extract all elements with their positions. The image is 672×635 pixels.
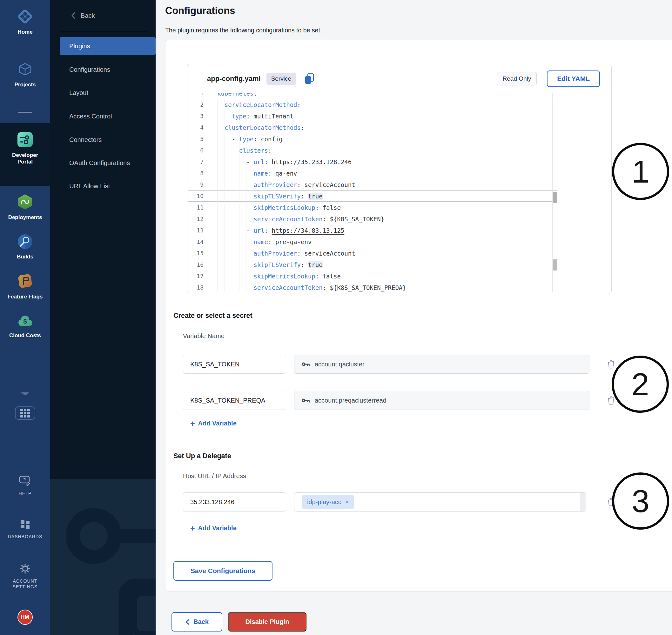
subnav-item-connectors[interactable]: Connectors: [69, 133, 102, 146]
code-line[interactable]: 1 kubernetes:: [188, 93, 611, 99]
harness-home-icon: [17, 8, 33, 26]
code-line[interactable]: 9 authProvider: serviceAccount: [188, 179, 611, 191]
code-line[interactable]: 18 serviceAccountToken: ${K8S_SA_TOKEN_P…: [188, 282, 611, 293]
variable-name-input[interactable]: K8S_SA_TOKEN_PREQA: [183, 391, 286, 410]
save-configurations-button[interactable]: Save Configurations: [173, 561, 273, 581]
sidebar-item-home[interactable]: Home: [0, 8, 50, 35]
subnav-item-url-allow-list[interactable]: URL Allow List: [69, 180, 110, 192]
subnav-back-button[interactable]: Back: [70, 12, 95, 20]
sidebar-item-feature-flags[interactable]: Feature Flags: [0, 272, 50, 300]
edit-yaml-button[interactable]: Edit YAML: [547, 70, 600, 87]
variable-name-input[interactable]: K8S_SA_TOKEN: [183, 355, 286, 374]
indent-guide: [224, 99, 225, 291]
user-avatar[interactable]: HM: [18, 610, 33, 625]
code-line[interactable]: 10 skipTLSVerify: true: [188, 191, 611, 202]
feature-flags-icon: [17, 272, 34, 291]
plus-icon: +: [190, 420, 195, 427]
yaml-editor-card: app-config.yaml Service Read Only Edit Y…: [187, 64, 612, 294]
field-scroll-strip: [580, 493, 586, 511]
code-line[interactable]: 12 serviceAccountToken: ${K8S_SA_TOKEN}: [188, 213, 611, 225]
back-button[interactable]: Back: [172, 612, 222, 632]
host-url-input[interactable]: 35.233.128.246: [183, 492, 286, 511]
key-icon: [301, 397, 310, 403]
subnav-item-oauth-configurations[interactable]: OAuth Configurations: [69, 156, 130, 169]
code-line[interactable]: 17 skipMetricsLookup: false: [188, 270, 611, 282]
subnav-back-label: Back: [81, 12, 95, 19]
line-number: 1: [188, 93, 203, 99]
code-line[interactable]: 14 name: pre-qa-env: [188, 236, 611, 248]
subnav-item-layout[interactable]: Layout: [69, 86, 88, 99]
secret-value: account.qacluster: [315, 361, 365, 368]
line-number: 9: [188, 179, 203, 191]
main-content: Configurations The plugin requires the f…: [156, 0, 672, 635]
line-number: 10: [188, 191, 203, 202]
remove-tag-icon[interactable]: ×: [345, 499, 349, 505]
subnav-item-access-control[interactable]: Access Control: [69, 110, 112, 123]
chevron-left-icon: [185, 619, 190, 625]
add-variable-button[interactable]: + Add Variable: [190, 525, 237, 532]
delegate-tags-field[interactable]: idp-play-acc ×: [294, 492, 586, 511]
cloud-costs-icon: $: [16, 314, 34, 330]
sidebar-item-label: ACCOUNT SETTINGS: [6, 578, 44, 590]
sidebar-item-help[interactable]: ? HELP: [0, 475, 50, 497]
dashboards-grid-icon: [19, 519, 31, 531]
sidebar-item-dashboards[interactable]: DASHBOARDS: [0, 519, 50, 540]
scrollbar-thumb[interactable]: [553, 259, 557, 270]
line-number: 5: [188, 133, 203, 145]
sidebar-item-builds[interactable]: Builds: [0, 234, 50, 260]
indent-guide: [217, 99, 218, 291]
chevron-down-icon[interactable]: [21, 392, 29, 396]
code-line[interactable]: 5 - type: config: [188, 133, 611, 145]
subnav-brand-zone: INTERNAL DEVELOPER Portal: [50, 479, 156, 635]
module-picker-button[interactable]: [15, 407, 35, 420]
code-line[interactable]: 16 skipTLSVerify: true: [188, 259, 611, 270]
sidebar-item-label: DASHBOARDS: [8, 534, 42, 540]
code-line[interactable]: 6 clusters:: [188, 145, 611, 156]
disable-plugin-button[interactable]: Disable Plugin: [228, 612, 306, 632]
copy-icon[interactable]: [304, 73, 315, 85]
code-line[interactable]: 2 serviceLocatorMethod:: [188, 99, 611, 110]
code-text: skipMetricsLookup: false: [210, 202, 341, 213]
secret-select-field[interactable]: account.preqaclusterread: [294, 391, 589, 410]
code-text: clusters:: [210, 145, 272, 156]
delegate-section-title: Set Up a Delegate: [173, 452, 231, 460]
sidebar-item-account-settings[interactable]: ACCOUNT SETTINGS: [0, 563, 50, 590]
delete-row-button[interactable]: [606, 359, 616, 370]
annotation-circle-3: 3: [612, 473, 669, 530]
code-line[interactable]: 15 authProvider: serviceAccount: [188, 248, 611, 259]
yaml-editor-header: app-config.yaml Service Read Only Edit Y…: [187, 64, 611, 93]
yaml-code-viewport[interactable]: 1 kubernetes:2 serviceLocatorMethod:3 ty…: [188, 93, 611, 293]
secret-section-title: Create or select a secret: [173, 312, 253, 320]
page-subtitle: The plugin requires the following config…: [165, 27, 322, 34]
line-number: 13: [188, 225, 203, 236]
secret-row: K8S_SA_TOKEN_PREQA account.preqaclusterr…: [183, 391, 592, 410]
line-number: 17: [188, 270, 203, 282]
code-text: skipMetricsLookup: false: [210, 270, 341, 282]
delegate-tag-chip[interactable]: idp-play-acc ×: [302, 495, 354, 509]
host-url-label: Host URL / IP Address: [183, 473, 246, 480]
code-text: - url: https://35.233.128.246: [210, 156, 351, 168]
code-line[interactable]: 3 type: multiTenant: [188, 110, 611, 122]
line-number: 8: [188, 168, 203, 179]
sidebar-item-cloud-costs[interactable]: $ Cloud Costs: [0, 314, 50, 339]
delegate-row: 35.233.128.246 idp-play-acc ×: [183, 492, 592, 511]
add-variable-button[interactable]: + Add Variable: [190, 420, 237, 427]
sidebar-item-label: Feature Flags: [8, 293, 43, 300]
code-text: - url: https://34.83.13.125: [210, 225, 344, 236]
code-line[interactable]: 4 clusterLocatorMethods:: [188, 122, 611, 133]
line-number: 6: [188, 145, 203, 156]
sidebar-item-projects[interactable]: Projects: [0, 62, 50, 88]
code-line[interactable]: 8 name: qa-env: [188, 168, 611, 179]
sidebar-item-developer-portal[interactable]: Developer Portal: [0, 131, 50, 166]
subnav-item-configurations[interactable]: Configurations: [69, 63, 110, 76]
code-line[interactable]: 13 - url: https://34.83.13.125: [188, 225, 611, 236]
scrollbar-thumb[interactable]: [553, 192, 557, 203]
variable-name-label: Variable Name: [183, 332, 224, 340]
code-line[interactable]: 11 skipMetricsLookup: false: [188, 202, 611, 213]
code-line[interactable]: 7 - url: https://35.233.128.246: [188, 156, 611, 168]
sidebar-item-deployments[interactable]: Deployments: [0, 194, 50, 221]
sidebar-item-label: Projects: [14, 81, 36, 88]
back-button-label: Back: [193, 618, 209, 626]
secret-select-field[interactable]: account.qacluster: [294, 355, 589, 374]
subnav-item-plugins[interactable]: Plugins: [60, 37, 156, 55]
